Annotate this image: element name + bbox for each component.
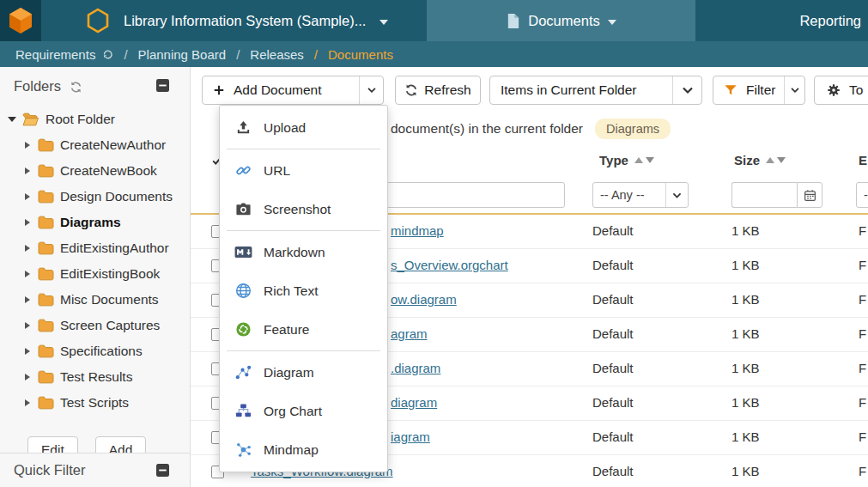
folder-icon — [38, 241, 54, 255]
menu-item-rich-text[interactable]: Rich Text — [220, 271, 387, 310]
expand-caret-icon[interactable] — [22, 167, 32, 174]
add-document-button[interactable]: Add Document — [202, 76, 384, 105]
cell-edited: F — [859, 361, 866, 375]
folders-refresh-icon[interactable] — [70, 81, 82, 94]
screenshot-icon — [234, 201, 252, 217]
cell-type: Default — [592, 464, 634, 478]
expand-caret-icon[interactable] — [22, 348, 32, 355]
feature-icon — [234, 321, 252, 338]
items-scope-select[interactable]: Items in Current Folder — [489, 76, 702, 105]
folder-tree-item-design-documents[interactable]: Design Documents — [7, 184, 190, 210]
menu-item-label: Mindmap — [264, 442, 319, 458]
breadcrumb-releases[interactable]: Releases — [250, 47, 304, 62]
menu-item-mindmap[interactable]: Mindmap — [220, 430, 387, 469]
document-link[interactable]: s_Overview.orgchart — [391, 258, 508, 272]
edited-header-label: E — [859, 153, 867, 167]
document-link[interactable]: iagram — [391, 429, 430, 444]
folder-tree-item-misc-documents[interactable]: Misc Documents — [7, 287, 190, 313]
menu-item-screenshot[interactable]: Screenshot — [220, 190, 387, 228]
folder-tree-item-test-scripts[interactable]: Test Scripts — [7, 390, 190, 416]
cell-edited: F — [859, 395, 866, 410]
tab-documents[interactable]: Documents — [427, 0, 695, 41]
app-window: Library Information System (Sample)... D… — [0, 0, 868, 487]
document-link[interactable]: diagram — [391, 395, 437, 410]
history-icon[interactable] — [102, 49, 113, 60]
folder-icon — [38, 319, 54, 332]
folder-icon — [38, 396, 54, 410]
document-link[interactable]: agram — [391, 326, 428, 341]
refresh-button[interactable]: Refresh — [395, 76, 481, 105]
menu-divider — [227, 230, 380, 231]
folders-collapse-icon[interactable] — [156, 79, 169, 92]
tools-button[interactable]: To — [814, 76, 868, 105]
filter-dropdown-caret[interactable] — [784, 76, 804, 104]
app-logo-button[interactable] — [0, 0, 41, 41]
menu-item-label: Rich Text — [264, 283, 318, 299]
cell-size: 1 KB — [731, 258, 760, 272]
cell-size: 1 KB — [731, 223, 760, 238]
folder-tree-item-createnewbook[interactable]: CreateNewBook — [7, 158, 190, 184]
inflectra-logo-icon — [8, 7, 33, 34]
folder-tree-item-root-folder[interactable]: Root Folder — [7, 107, 190, 132]
menu-item-org-chart[interactable]: Org Chart — [220, 392, 387, 430]
current-folder-badge: Diagrams — [595, 119, 671, 139]
expand-caret-icon[interactable] — [22, 193, 32, 200]
quick-filter-title: Quick Filter — [14, 462, 85, 478]
documents-toolbar: Add Document Refresh Items in Current Fo… — [191, 76, 868, 105]
expand-caret-icon[interactable] — [22, 399, 32, 406]
column-header-edited[interactable]: E — [859, 153, 867, 167]
folder-tree-item-test-results[interactable]: Test Results — [7, 364, 190, 390]
cell-edited: F — [859, 223, 866, 238]
folder-icon — [38, 138, 54, 152]
filter-button[interactable]: Filter — [713, 76, 805, 105]
menu-item-url[interactable]: URL — [220, 151, 387, 190]
column-header-type[interactable]: Type — [599, 153, 654, 167]
tab-documents-label: Documents — [528, 13, 599, 29]
filter-label: Filter — [737, 82, 784, 98]
folder-tree-item-diagrams[interactable]: Diagrams — [7, 210, 190, 235]
type-filter-select[interactable]: -- Any -- — [592, 182, 689, 208]
edited-filter-select[interactable]: -- Any -- — [856, 182, 868, 208]
diagram-icon — [234, 364, 252, 380]
size-filter-input[interactable] — [731, 182, 797, 208]
menu-item-feature[interactable]: Feature — [220, 310, 387, 349]
quick-filter-collapse-icon[interactable] — [156, 464, 169, 477]
open-folder-icon — [22, 113, 39, 126]
tools-label: To — [849, 82, 863, 98]
calendar-icon[interactable] — [797, 182, 822, 208]
expand-caret-icon[interactable] — [22, 271, 32, 277]
folder-tree-item-specifications[interactable]: Specifications — [7, 338, 190, 364]
folder-tree-item-editexistingauthor[interactable]: EditExistingAuthor — [7, 235, 190, 261]
product-switcher[interactable]: Library Information System (Sample)... — [74, 0, 400, 41]
folder-tree-item-createnewauthor[interactable]: CreateNewAuthor — [7, 132, 190, 158]
add-document-dropdown-caret[interactable] — [359, 76, 383, 104]
cell-size: 1 KB — [731, 326, 760, 341]
column-header-size[interactable]: Size — [734, 153, 786, 167]
breadcrumb-separator: / — [124, 47, 127, 62]
document-link[interactable]: ow.diagram — [391, 292, 457, 307]
expand-caret-icon[interactable] — [22, 142, 32, 149]
document-link[interactable]: mindmap — [391, 223, 444, 238]
items-scope-value: Items in Current Folder — [490, 82, 672, 98]
folder-icon — [38, 267, 54, 281]
collapse-caret-icon[interactable] — [7, 117, 16, 122]
folder-tree-item-editexistingbook[interactable]: EditExistingBook — [7, 261, 190, 287]
expand-caret-icon[interactable] — [22, 374, 32, 380]
expand-caret-icon[interactable] — [22, 296, 32, 303]
menu-item-diagram[interactable]: Diagram — [220, 353, 387, 392]
breadcrumb-documents[interactable]: Documents — [328, 47, 393, 62]
document-link[interactable]: .diagram — [391, 361, 440, 375]
breadcrumb-planning-board[interactable]: Planning Board — [138, 47, 227, 62]
expand-caret-icon[interactable] — [22, 322, 32, 329]
expand-caret-icon[interactable] — [22, 219, 32, 226]
expand-caret-icon[interactable] — [22, 245, 32, 252]
breadcrumb-requirements[interactable]: Requirements — [15, 47, 95, 62]
breadcrumb-separator: / — [236, 47, 240, 62]
tab-reporting[interactable]: Reporting — [792, 0, 868, 41]
folder-tree-item-screen-captures[interactable]: Screen Captures — [7, 313, 190, 338]
menu-divider — [227, 350, 380, 351]
menu-item-upload[interactable]: Upload — [220, 108, 387, 147]
product-hexagon-icon — [86, 8, 110, 33]
menu-item-markdown[interactable]: Markdown — [220, 233, 387, 271]
cell-type: Default — [592, 395, 634, 410]
